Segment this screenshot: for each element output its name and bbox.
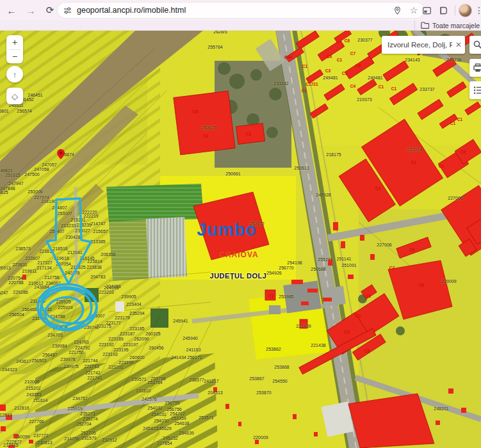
site-settings-icon[interactable] xyxy=(63,6,72,15)
folder-icon[interactable] xyxy=(421,22,429,29)
profile-avatar[interactable] xyxy=(459,4,472,17)
extensions-icon[interactable] xyxy=(436,3,450,17)
zoom-in-button[interactable]: + xyxy=(6,35,23,49)
location-pin-icon[interactable] xyxy=(391,4,404,17)
side-panel-icon[interactable] xyxy=(420,3,434,17)
map-search-box[interactable]: Izvorul Rece, Dolj, ROU ✕ xyxy=(382,36,465,54)
reload-button[interactable]: ⟳ xyxy=(42,3,58,18)
toolbar-right: ⋮ xyxy=(420,3,481,18)
forward-button[interactable]: → xyxy=(23,3,38,18)
bookmarks-folder-label[interactable]: Toate marcajele xyxy=(432,22,481,29)
address-bar[interactable]: geoportal.ancpi.ro/imobile.html ☆ xyxy=(58,3,424,18)
legend-icon xyxy=(473,86,481,95)
map-viewport[interactable]: 2464512464522455114680125657424982125101… xyxy=(0,30,481,448)
search-button[interactable] xyxy=(469,36,481,54)
print-icon xyxy=(473,63,481,72)
browser-menu-icon[interactable]: ⋮ xyxy=(475,5,481,15)
search-icon xyxy=(473,40,481,49)
print-button[interactable] xyxy=(469,59,481,77)
north-arrow-button[interactable]: ↑ xyxy=(6,66,23,83)
jumbo-store-label: Jumbo xyxy=(197,220,257,240)
zoom-control: + − xyxy=(6,35,23,63)
back-button[interactable]: ← xyxy=(4,3,19,18)
clear-search-icon[interactable]: ✕ xyxy=(452,40,465,49)
bookmarks-divider xyxy=(414,20,415,31)
toolbar-divider xyxy=(455,5,455,15)
zoom-out-button[interactable]: − xyxy=(6,50,23,64)
search-input[interactable]: Izvorul Rece, Dolj, ROU xyxy=(387,41,452,49)
url-text[interactable]: geoportal.ancpi.ro/imobile.html xyxy=(77,6,391,15)
city-label: CRAIOVA xyxy=(219,250,258,259)
county-label: JUDEȚUL DOLJ xyxy=(210,272,267,280)
geolocate-button[interactable]: ◇ xyxy=(6,88,23,104)
browser-chrome: ← → ⟳ ⌂ geoportal.ancpi.ro/imobile.html … xyxy=(0,0,481,30)
bookmark-star-icon[interactable]: ☆ xyxy=(407,4,420,17)
bookmarks-bar: Toate marcajele xyxy=(0,20,481,31)
browser-toolbar: ← → ⟳ ⌂ geoportal.ancpi.ro/imobile.html … xyxy=(0,0,481,20)
legend-button[interactable] xyxy=(469,81,481,99)
